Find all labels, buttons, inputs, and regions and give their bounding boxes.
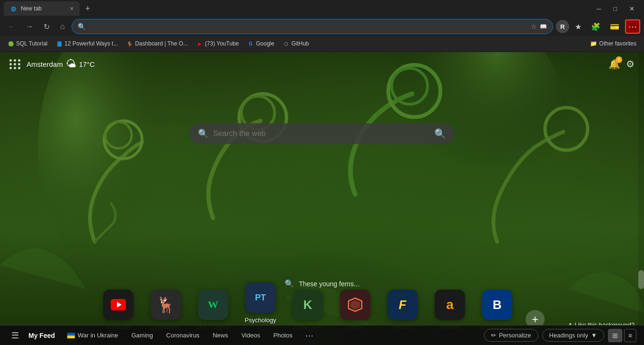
bottom-bar: ☰ My Feed War in Ukraine Gaming Coronavi… bbox=[0, 325, 644, 345]
back-button[interactable]: ← bbox=[4, 20, 19, 33]
apps-grid-button[interactable] bbox=[9, 59, 21, 69]
settings-more-button[interactable]: ⋯ bbox=[625, 19, 640, 34]
dot bbox=[9, 63, 12, 65]
fav-dashboard[interactable]: 🦌 Dashboard | The O... bbox=[123, 39, 192, 48]
notification-button[interactable]: 🔔 7 bbox=[608, 58, 620, 70]
quick-link-krnl[interactable]: K KRNL Key bbox=[289, 290, 327, 331]
maximize-button[interactable]: □ bbox=[608, 3, 623, 14]
booking-icon-bg: B bbox=[482, 290, 512, 320]
feed-item-ukraine[interactable]: War in Ukraine bbox=[61, 330, 125, 341]
quick-link-dashboard[interactable]: 🦌 Dashboard bbox=[147, 290, 185, 331]
fav-youtube-icon: ▶ bbox=[197, 40, 203, 47]
bottom-right-controls: ✏ Personalize Headings only ▼ ⊞ ≡ bbox=[484, 329, 636, 342]
dashboard-icon-bg: 🦌 bbox=[151, 290, 181, 320]
psychology-icon-bg: PT bbox=[245, 282, 276, 313]
weather-widget[interactable]: Amsterdam 🌤 17°C bbox=[27, 58, 95, 70]
quick-link-office[interactable]: Office bbox=[336, 290, 374, 331]
fav-github[interactable]: ⬡ GitHub bbox=[279, 39, 313, 48]
feed-item-gaming[interactable]: Gaming bbox=[125, 330, 160, 341]
feed-item-photos[interactable]: Photos bbox=[267, 330, 299, 341]
home-button[interactable]: ⌂ bbox=[56, 20, 69, 33]
notification-badge: 7 bbox=[616, 56, 622, 63]
list-view-button[interactable]: ≡ bbox=[624, 329, 636, 342]
svg-marker-16 bbox=[350, 300, 360, 309]
search-box[interactable]: 🔍 🔍 bbox=[189, 123, 455, 144]
feed-more-button[interactable]: ⋯ bbox=[301, 328, 317, 343]
scrollbar[interactable] bbox=[638, 52, 644, 345]
dot bbox=[14, 59, 16, 62]
search-input[interactable] bbox=[213, 129, 429, 138]
krnl-icon-bg: K bbox=[293, 290, 323, 320]
quick-link-sql[interactable]: W SQL Tutorial bbox=[194, 290, 232, 331]
ukraine-flag-icon bbox=[67, 333, 75, 338]
page-settings-button[interactable]: ⚙ bbox=[626, 58, 635, 70]
title-bar: 🌐 New tab ✕ + ─ □ ✕ bbox=[0, 0, 644, 17]
navigation-bar: ← → ↻ ⌂ 🔍 ☆ 📖 R ★ 🧩 💳 ⋯ bbox=[0, 17, 644, 36]
svg-text:🌐: 🌐 bbox=[11, 6, 17, 12]
folder-icon: 📁 bbox=[590, 40, 597, 47]
tab-favicon: 🌐 bbox=[9, 5, 17, 12]
refresh-button[interactable]: ↻ bbox=[40, 20, 54, 33]
feed-item-news[interactable]: News bbox=[206, 330, 235, 341]
page-overlay: Amsterdam 🌤 17°C 🔔 7 ⚙ 🔍 🔍 bbox=[0, 52, 644, 345]
feed-items: War in Ukraine Gaming Coronavirus News V… bbox=[61, 328, 317, 343]
address-input[interactable] bbox=[89, 23, 527, 30]
reading-mode-icon[interactable]: 📖 bbox=[540, 23, 547, 30]
quick-link-amazon[interactable]: a Amazon bbox=[431, 290, 469, 331]
personalize-button[interactable]: ✏ Personalize bbox=[484, 329, 538, 342]
my-feed-label[interactable]: My Feed bbox=[23, 330, 61, 341]
address-bar-icons: ☆ 📖 bbox=[531, 23, 547, 30]
search-submit-icon[interactable]: 🔍 bbox=[434, 128, 446, 139]
quick-link-booking[interactable]: B Booking.com bbox=[478, 290, 516, 331]
nav-tools: R ★ 🧩 💳 ⋯ bbox=[556, 19, 640, 34]
chevron-down-icon: ▼ bbox=[591, 332, 597, 339]
fav-sql-icon: 🟢 bbox=[8, 40, 14, 47]
headings-dropdown[interactable]: Headings only ▼ bbox=[542, 329, 604, 342]
minimize-button[interactable]: ─ bbox=[591, 3, 607, 14]
profile-button[interactable]: R bbox=[556, 20, 569, 33]
fav-google[interactable]: G Google bbox=[243, 39, 278, 48]
fav-sql-tutorial[interactable]: 🟢 SQL Tutorial bbox=[4, 39, 51, 48]
feed-item-coronavirus[interactable]: Coronavirus bbox=[160, 330, 206, 341]
feed-item-videos[interactable]: Videos bbox=[235, 330, 267, 341]
topbar-right: 🔔 7 ⚙ bbox=[608, 58, 635, 70]
active-tab[interactable]: 🌐 New tab ✕ bbox=[4, 1, 80, 16]
favorites-icon[interactable]: ★ bbox=[571, 20, 585, 33]
tab-title: New tab bbox=[21, 5, 42, 12]
hamburger-menu-button[interactable]: ☰ bbox=[8, 328, 23, 343]
other-favorites-button[interactable]: 📁 Other favorites bbox=[586, 39, 640, 48]
topbar-left: Amsterdam 🌤 17°C bbox=[9, 58, 95, 70]
address-bar[interactable]: 🔍 ☆ 📖 bbox=[72, 19, 553, 34]
new-tab-button[interactable]: + bbox=[81, 2, 94, 16]
youtube-icon-bg bbox=[103, 290, 134, 320]
grid-view-button[interactable]: ⊞ bbox=[608, 329, 622, 342]
browser-chrome: 🌐 New tab ✕ + ─ □ ✕ ← → ↻ ⌂ 🔍 ☆ 📖 bbox=[0, 0, 644, 52]
headings-label: Headings only bbox=[549, 332, 588, 339]
fav-youtube[interactable]: ▶ (73) YouTube bbox=[193, 39, 243, 48]
flag-bottom bbox=[67, 336, 75, 338]
search-container: 🔍 🔍 bbox=[189, 123, 455, 144]
fav-12p-label: 12 Powerful Ways t... bbox=[64, 40, 118, 47]
dot bbox=[9, 67, 12, 69]
quick-link-youtube[interactable]: YouTube bbox=[99, 290, 137, 331]
coronavirus-label: Coronavirus bbox=[166, 332, 199, 339]
news-label: News bbox=[213, 332, 228, 339]
fav-sql-label: SQL Tutorial bbox=[16, 40, 47, 47]
extensions-icon[interactable]: 🧩 bbox=[587, 20, 604, 33]
quick-link-flipkart[interactable]: F Flipkart bbox=[384, 290, 421, 331]
scrollbar-thumb[interactable] bbox=[638, 270, 644, 289]
favorites-bar: 🟢 SQL Tutorial 📘 12 Powerful Ways t... 🦌… bbox=[0, 36, 644, 51]
flipkart-icon-bg: F bbox=[387, 290, 418, 320]
quick-links: YouTube 🦌 Dashboard W SQL Tutorial PT Ps… bbox=[99, 282, 545, 331]
dot bbox=[14, 63, 16, 65]
tab-close-button[interactable]: ✕ bbox=[70, 6, 74, 12]
fav-12-powerful[interactable]: 📘 12 Powerful Ways t... bbox=[52, 39, 122, 48]
wallet-icon[interactable]: 💳 bbox=[606, 20, 623, 33]
close-button[interactable]: ✕ bbox=[624, 3, 640, 14]
weather-city: Amsterdam bbox=[27, 60, 63, 68]
forward-button[interactable]: → bbox=[22, 20, 37, 33]
fav-github-label: GitHub bbox=[291, 40, 309, 47]
quick-link-psychology[interactable]: PT Psychology T... bbox=[242, 282, 279, 331]
star-favorite-icon[interactable]: ☆ bbox=[531, 23, 537, 30]
weather-temp: 17°C bbox=[79, 60, 95, 68]
